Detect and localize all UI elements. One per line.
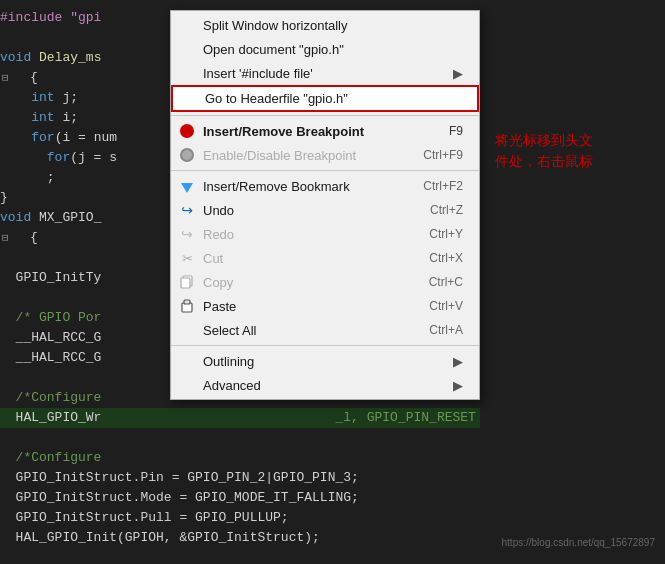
menu-item-insert-breakpoint-shortcut: F9 — [449, 124, 463, 138]
url-text: https://blog.csdn.net/qq_15672897 — [502, 537, 655, 548]
code-line-24: GPIO_InitStruct.Pin = GPIO_PIN_2|GPIO_PI… — [0, 468, 480, 488]
context-menu: Split Window horizontally Open document … — [170, 10, 480, 400]
menu-item-undo-shortcut: Ctrl+Z — [430, 203, 463, 217]
menu-separator-1 — [171, 115, 479, 116]
enable-breakpoint-icon — [179, 147, 195, 163]
code-line-23: /*Configure — [0, 448, 480, 468]
code-line-25: GPIO_InitStruct.Mode = GPIO_MODE_IT_FALL… — [0, 488, 480, 508]
menu-item-redo-label: Redo — [203, 227, 234, 242]
menu-item-undo-label: Undo — [203, 203, 234, 218]
paste-icon — [179, 298, 195, 314]
menu-item-outlining[interactable]: Outlining ▶ — [171, 349, 479, 373]
menu-item-open-document-label: Open document "gpio.h" — [203, 42, 344, 57]
menu-item-paste[interactable]: Paste Ctrl+V — [171, 294, 479, 318]
svg-rect-1 — [181, 278, 190, 288]
menu-item-open-document[interactable]: Open document "gpio.h" — [171, 37, 479, 61]
menu-item-cut[interactable]: ✂ Cut Ctrl+X — [171, 246, 479, 270]
menu-item-undo[interactable]: ↩ Undo Ctrl+Z — [171, 198, 479, 222]
advanced-arrow-icon: ▶ — [453, 378, 463, 393]
code-line-26: GPIO_InitStruct.Pull = GPIO_PULLUP; — [0, 508, 480, 528]
cut-icon: ✂ — [179, 250, 195, 266]
menu-item-redo[interactable]: ↪ Redo Ctrl+Y — [171, 222, 479, 246]
menu-item-enable-breakpoint-label: Enable/Disable Breakpoint — [203, 148, 356, 163]
menu-item-copy-label: Copy — [203, 275, 233, 290]
menu-item-enable-breakpoint-shortcut: Ctrl+F9 — [423, 148, 463, 162]
menu-item-redo-shortcut: Ctrl+Y — [429, 227, 463, 241]
outlining-arrow-icon: ▶ — [453, 354, 463, 369]
annotation-label: 将光标移到头文件处，右击鼠标 — [495, 132, 593, 169]
svg-rect-3 — [184, 300, 190, 304]
menu-item-copy[interactable]: Copy Ctrl+C — [171, 270, 479, 294]
url-watermark: https://blog.csdn.net/qq_15672897 — [502, 537, 655, 548]
code-line-21: HAL_GPIO_Wr _l, GPIO_PIN_RESET — [0, 408, 480, 428]
menu-item-insert-bookmark-label: Insert/Remove Bookmark — [203, 179, 350, 194]
menu-item-split-window[interactable]: Split Window horizontally — [171, 13, 479, 37]
menu-item-insert-bookmark-shortcut: Ctrl+F2 — [423, 179, 463, 193]
menu-item-copy-shortcut: Ctrl+C — [429, 275, 463, 289]
menu-item-cut-label: Cut — [203, 251, 223, 266]
menu-item-paste-label: Paste — [203, 299, 236, 314]
menu-item-select-all[interactable]: Select All Ctrl+A — [171, 318, 479, 342]
arrow-icon: ▶ — [453, 66, 463, 81]
menu-item-insert-bookmark[interactable]: Insert/Remove Bookmark Ctrl+F2 — [171, 174, 479, 198]
code-line-22 — [0, 428, 480, 448]
bookmark-icon — [179, 178, 195, 194]
menu-item-select-all-label: Select All — [203, 323, 256, 338]
breakpoint-icon — [179, 123, 195, 139]
menu-item-advanced[interactable]: Advanced ▶ — [171, 373, 479, 397]
menu-separator-2 — [171, 170, 479, 171]
menu-separator-3 — [171, 345, 479, 346]
redo-icon: ↪ — [179, 226, 195, 242]
menu-item-insert-breakpoint[interactable]: Insert/Remove Breakpoint F9 — [171, 119, 479, 143]
undo-icon: ↩ — [179, 202, 195, 218]
menu-item-enable-breakpoint[interactable]: Enable/Disable Breakpoint Ctrl+F9 — [171, 143, 479, 167]
menu-item-advanced-label: Advanced — [203, 378, 261, 393]
menu-item-go-to-header-label: Go to Headerfile "gpio.h" — [205, 91, 348, 106]
menu-item-paste-shortcut: Ctrl+V — [429, 299, 463, 313]
copy-icon — [179, 274, 195, 290]
menu-item-insert-include-label: Insert '#include file' — [203, 66, 313, 81]
menu-item-insert-include[interactable]: Insert '#include file' ▶ — [171, 61, 479, 85]
menu-item-select-all-shortcut: Ctrl+A — [429, 323, 463, 337]
menu-item-cut-shortcut: Ctrl+X — [429, 251, 463, 265]
menu-item-insert-breakpoint-label: Insert/Remove Breakpoint — [203, 124, 364, 139]
menu-item-split-window-label: Split Window horizontally — [203, 18, 348, 33]
code-line-27: HAL_GPIO_Init(GPIOH, &GPIO_InitStruct); — [0, 528, 480, 548]
menu-item-go-to-header[interactable]: Go to Headerfile "gpio.h" — [171, 85, 479, 112]
menu-item-outlining-label: Outlining — [203, 354, 254, 369]
annotation-text: 将光标移到头文件处，右击鼠标 — [495, 130, 655, 172]
